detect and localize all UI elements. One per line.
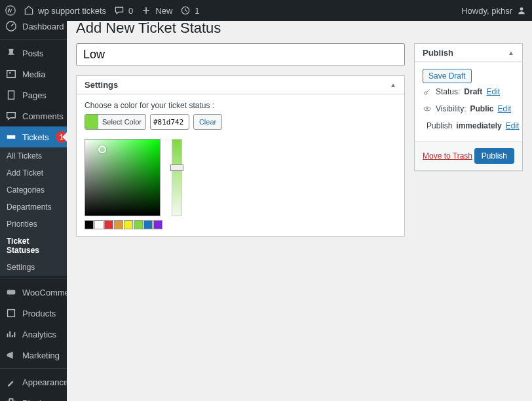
visibility-row: Visibility: Public Edit: [423, 100, 514, 117]
sidebar-item-label: WooCommerce: [22, 288, 67, 297]
submenu-settings[interactable]: Settings: [0, 259, 67, 276]
woo-icon: [5, 286, 17, 298]
publish-heading: Publish: [423, 48, 453, 58]
site-name: wp support tickets: [38, 6, 106, 16]
updates-link[interactable]: 1: [180, 5, 199, 16]
wp-logo[interactable]: [5, 5, 16, 16]
sidebar-item-pages[interactable]: Pages: [0, 85, 67, 105]
plugin-icon: [5, 397, 17, 401]
palette-swatch[interactable]: [153, 220, 162, 229]
palette-swatch[interactable]: [124, 220, 133, 229]
color-swatch: [85, 115, 98, 129]
page-icon: [5, 89, 17, 101]
sidebar-item-analytics[interactable]: Analytics: [0, 324, 67, 345]
palette-swatch[interactable]: [94, 220, 104, 229]
megaphone-icon: [5, 349, 17, 361]
comment-icon: [5, 110, 17, 122]
submenu-ticket-statuses[interactable]: Ticket Statuses: [0, 233, 67, 259]
sidebar-item-label: Plugins: [22, 398, 50, 402]
publish-button[interactable]: Publish: [474, 148, 514, 164]
sidebar-item-products[interactable]: Products: [0, 303, 67, 324]
schedule-value: immediately: [456, 121, 501, 130]
tickets-badge: 1: [56, 131, 67, 143]
sidebar-item-appearance[interactable]: Appearance: [0, 372, 67, 392]
select-color-label: Select Color: [98, 118, 145, 126]
toggle-settings[interactable]: ▲: [390, 81, 396, 88]
sidebar-item-label: Comments: [22, 111, 64, 121]
dashboard-icon: [5, 21, 17, 32]
submenu-categories[interactable]: Categories: [0, 181, 67, 199]
admin-sidebar: Dashboard Posts Media Pages Comments Tic…: [0, 21, 67, 401]
svg-point-2: [520, 7, 523, 10]
product-icon: [5, 307, 17, 319]
palette-swatch[interactable]: [114, 220, 123, 229]
hex-input[interactable]: [150, 114, 189, 130]
visibility-label: Visibility:: [436, 104, 466, 113]
schedule-row: Publish immediately Edit: [423, 117, 514, 134]
page-content: Add New Ticket Status Settings ▲ Choose …: [67, 21, 532, 401]
sidebar-item-woocommerce[interactable]: WooCommerce: [0, 282, 67, 303]
sidebar-item-posts[interactable]: Posts: [0, 43, 67, 64]
submenu-all-tickets[interactable]: All Tickets: [0, 147, 67, 164]
media-icon: [5, 68, 17, 80]
sidebar-item-label: Analytics: [22, 330, 56, 339]
settings-heading: Settings: [85, 80, 118, 90]
analytics-icon: [5, 328, 17, 340]
edit-visibility-link[interactable]: Edit: [497, 104, 511, 113]
visibility-value: Public: [470, 104, 493, 113]
new-content-link[interactable]: New: [141, 5, 172, 16]
sidebar-item-comments[interactable]: Comments: [0, 105, 67, 126]
sidebar-item-label: Marketing: [22, 351, 60, 360]
sidebar-item-tickets[interactable]: Tickets1: [0, 126, 67, 147]
submenu-add-ticket[interactable]: Add Ticket: [0, 164, 67, 181]
sv-handle[interactable]: [98, 145, 106, 153]
clear-color-button[interactable]: Clear: [193, 114, 222, 130]
publish-metabox: Publish ▲ Save Draft Status: Draft Edit: [414, 43, 523, 171]
select-color-button[interactable]: Select Color: [85, 114, 146, 130]
palette-swatch[interactable]: [104, 220, 113, 229]
svg-rect-8: [8, 310, 15, 317]
sidebar-item-label: Pages: [22, 90, 47, 100]
avatar-icon: [516, 5, 527, 16]
color-palette: [85, 220, 162, 229]
page-title: Add New Ticket Status: [76, 21, 523, 43]
sidebar-item-media[interactable]: Media: [0, 64, 67, 85]
sidebar-item-label: Tickets: [22, 132, 49, 142]
status-value: Draft: [464, 87, 482, 96]
status-row: Status: Draft Edit: [423, 83, 514, 100]
submenu-priorities[interactable]: Priorities: [0, 216, 67, 233]
sidebar-item-dashboard[interactable]: Dashboard: [0, 21, 67, 37]
toggle-publish[interactable]: ▲: [508, 49, 514, 56]
palette-swatch[interactable]: [143, 220, 153, 229]
svg-rect-6: [9, 91, 14, 100]
new-label: New: [155, 6, 172, 16]
status-title-input[interactable]: [76, 43, 405, 66]
site-name-link[interactable]: wp support tickets: [24, 5, 106, 16]
settings-metabox: Settings ▲ Choose a color for your ticke…: [76, 75, 405, 237]
comments-count: 0: [128, 6, 133, 16]
svg-rect-7: [7, 290, 16, 294]
hue-slider[interactable]: [172, 139, 182, 216]
move-to-trash-link[interactable]: Move to Trash: [423, 151, 472, 161]
pin-icon: [5, 47, 17, 59]
edit-schedule-link[interactable]: Edit: [506, 121, 520, 130]
saturation-value-panel[interactable]: [85, 139, 161, 216]
sidebar-item-label: Dashboard: [22, 22, 64, 31]
svg-point-14: [427, 108, 428, 110]
key-icon: [423, 87, 432, 96]
edit-status-link[interactable]: Edit: [486, 87, 500, 96]
svg-point-0: [6, 6, 15, 15]
submenu-departments[interactable]: Departments: [0, 199, 67, 216]
svg-point-5: [9, 72, 11, 74]
comments-link[interactable]: 0: [114, 5, 133, 16]
sidebar-item-label: Media: [22, 69, 45, 79]
save-draft-button[interactable]: Save Draft: [423, 69, 472, 83]
palette-swatch[interactable]: [134, 220, 143, 229]
sidebar-item-plugins[interactable]: Plugins: [0, 392, 67, 401]
sidebar-item-marketing[interactable]: Marketing: [0, 345, 67, 366]
schedule-prefix: Publish: [427, 121, 452, 130]
updates-count: 1: [195, 6, 199, 16]
palette-swatch[interactable]: [85, 220, 94, 229]
my-account-link[interactable]: Howdy, pkhsr: [461, 5, 527, 16]
hue-handle[interactable]: [170, 164, 183, 171]
